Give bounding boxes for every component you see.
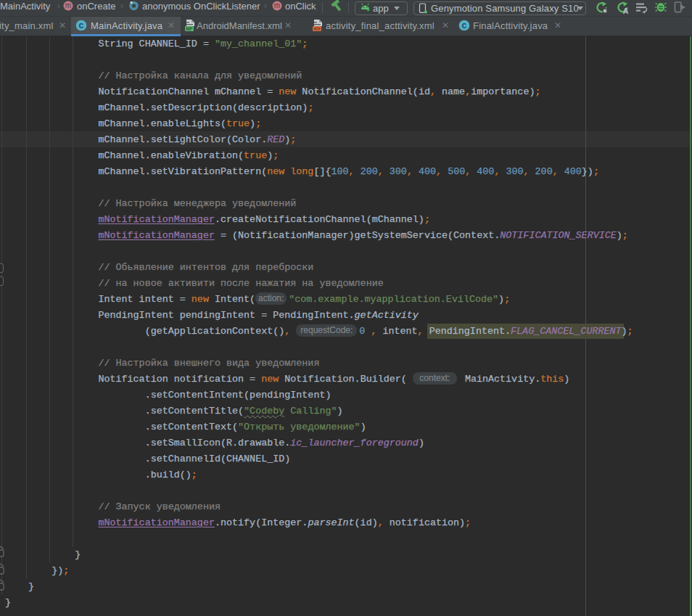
svg-text:m: m <box>65 1 71 9</box>
svg-text:MF: MF <box>186 26 192 31</box>
svg-text:m: m <box>274 1 280 9</box>
svg-text:C: C <box>462 21 467 30</box>
svg-text:C: C <box>79 21 84 30</box>
svg-text:A: A <box>623 7 629 15</box>
svg-text:</>: </> <box>313 26 321 31</box>
